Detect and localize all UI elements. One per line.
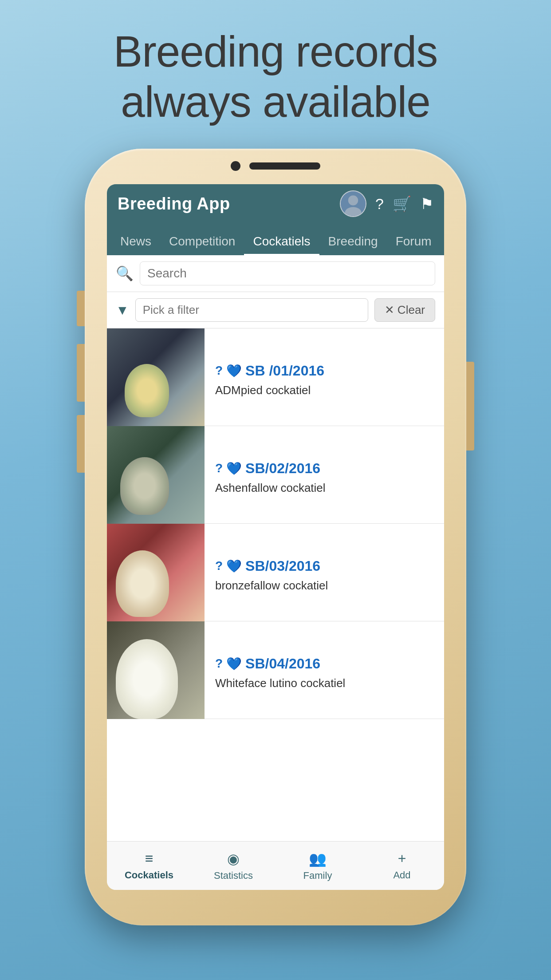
family-tab-icon: 👥 xyxy=(309,850,327,867)
tab-cockatiels[interactable]: Cockatiels xyxy=(244,229,319,255)
bottom-tab-statistics[interactable]: ◉ Statistics xyxy=(191,846,276,886)
list-item[interactable]: ? 💙 SB/03/2016 bronzefallow cockatiel xyxy=(107,524,444,621)
bird-code-3: ? 💙 SB/03/2016 xyxy=(215,558,435,574)
bird-name-2: Ashenfallow cockatiel xyxy=(215,481,435,495)
bird-name-4: Whiteface lutino cockatiel xyxy=(215,676,435,690)
bird-code-2: ? 💙 SB/02/2016 xyxy=(215,460,435,477)
list-item[interactable]: ? 💙 SB/04/2016 Whiteface lutino cockatie… xyxy=(107,621,444,719)
page-headline: Breeding records always available xyxy=(114,27,437,126)
cockatiels-tab-label: Cockatiels xyxy=(125,869,173,881)
heart-icon: 💙 xyxy=(226,559,242,573)
cart-icon[interactable]: 🛒 xyxy=(393,195,411,213)
speaker xyxy=(249,162,320,170)
bird-code-4: ? 💙 SB/04/2016 xyxy=(215,656,435,672)
heart-icon: 💙 xyxy=(226,656,242,671)
bird-info-1: ? 💙 SB /01/2016 ADMpied cockatiel xyxy=(205,328,444,426)
bird-thumbnail-3 xyxy=(107,524,205,621)
filter-bar: ▼ ✕ Clear xyxy=(107,292,444,328)
volume-down-button xyxy=(77,344,85,402)
cockatiels-tab-icon: ≡ xyxy=(145,850,153,867)
list-item[interactable]: ? 💙 SB /01/2016 ADMpied cockatiel xyxy=(107,328,444,426)
bird-info-3: ? 💙 SB/03/2016 bronzefallow cockatiel xyxy=(205,524,444,621)
bird-name-1: ADMpied cockatiel xyxy=(215,383,435,397)
family-tab-label: Family xyxy=(303,870,332,881)
bottom-tab-add[interactable]: + Add xyxy=(360,846,444,885)
question-icon: ? xyxy=(215,656,223,671)
add-tab-label: Add xyxy=(393,869,410,881)
tab-forum[interactable]: Forum xyxy=(387,229,441,255)
filter-input[interactable] xyxy=(135,298,368,322)
bird-code-1: ? 💙 SB /01/2016 xyxy=(215,363,435,379)
silent-switch xyxy=(77,415,85,473)
volume-up-button xyxy=(77,291,85,326)
question-icon: ? xyxy=(215,461,223,475)
bottom-tab-cockatiels[interactable]: ≡ Cockatiels xyxy=(107,846,191,885)
bird-list: ? 💙 SB /01/2016 ADMpied cockatiel ? 💙 SB… xyxy=(107,328,444,841)
tab-competition[interactable]: Competition xyxy=(160,229,244,255)
bird-name-3: bronzefallow cockatiel xyxy=(215,579,435,593)
power-button xyxy=(466,362,474,450)
phone-top-bar xyxy=(231,161,320,171)
tab-news[interactable]: News xyxy=(111,229,160,255)
bird-info-4: ? 💙 SB/04/2016 Whiteface lutino cockatie… xyxy=(205,621,444,719)
bird-thumbnail-4 xyxy=(107,621,205,719)
phone-screen: Breeding App ? 🛒 ⚑ News Competition Cock… xyxy=(107,184,444,890)
question-icon: ? xyxy=(215,559,223,573)
app-header: Breeding App ? 🛒 ⚑ xyxy=(107,184,444,223)
filter-icon: ▼ xyxy=(116,303,129,318)
question-icon: ? xyxy=(215,364,223,378)
front-camera xyxy=(231,161,240,171)
statistics-tab-icon: ◉ xyxy=(227,850,240,867)
clear-filter-button[interactable]: ✕ Clear xyxy=(374,298,435,322)
heart-icon: 💙 xyxy=(226,364,242,378)
statistics-tab-label: Statistics xyxy=(214,870,253,881)
search-icon: 🔍 xyxy=(116,265,134,282)
flag-icon[interactable]: ⚑ xyxy=(420,195,433,213)
search-bar: 🔍 xyxy=(107,255,444,292)
bird-thumbnail-1 xyxy=(107,328,205,426)
help-icon[interactable]: ? xyxy=(375,195,384,213)
bird-thumbnail-2 xyxy=(107,426,205,524)
heart-icon: 💙 xyxy=(226,461,242,476)
bottom-tab-bar: ≡ Cockatiels ◉ Statistics 👥 Family + Add xyxy=(107,841,444,890)
search-input[interactable] xyxy=(140,261,435,285)
header-icons: ? 🛒 ⚑ xyxy=(340,190,433,217)
svg-point-1 xyxy=(348,196,358,205)
nav-tabs: News Competition Cockatiels Breeding For… xyxy=(107,223,444,255)
bottom-tab-family[interactable]: 👥 Family xyxy=(276,846,360,886)
bird-info-2: ? 💙 SB/02/2016 Ashenfallow cockatiel xyxy=(205,426,444,523)
list-item[interactable]: ? 💙 SB/02/2016 Ashenfallow cockatiel xyxy=(107,426,444,524)
app-title: Breeding App xyxy=(118,194,230,213)
tab-breeding[interactable]: Breeding xyxy=(319,229,387,255)
add-tab-icon: + xyxy=(398,850,406,867)
phone-shell: Breeding App ? 🛒 ⚑ News Competition Cock… xyxy=(85,149,466,925)
avatar[interactable] xyxy=(340,190,366,217)
